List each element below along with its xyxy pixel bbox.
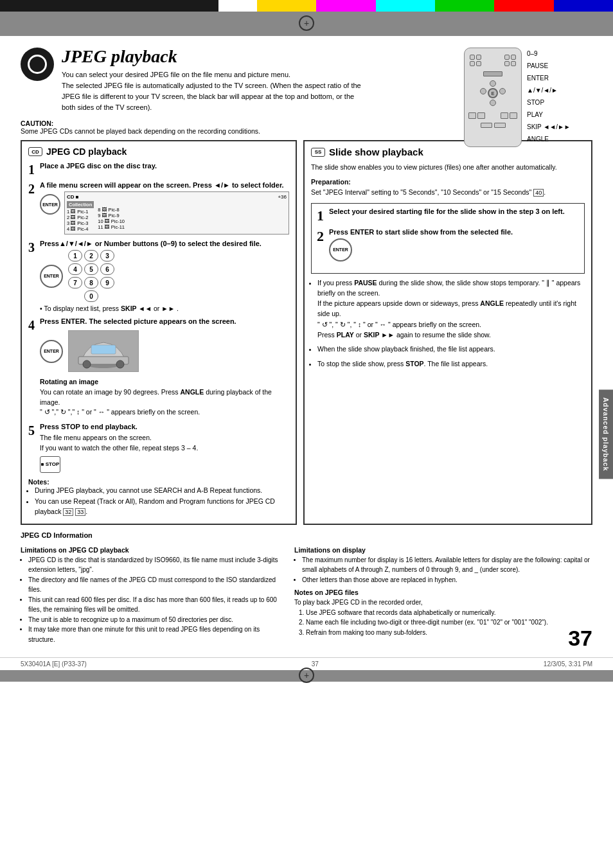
note-1: During JPEG playback, you cannot use SEA… <box>35 486 289 496</box>
color-blue <box>554 0 613 12</box>
step-1: 1 Place a JPEG disc on the disc tray. <box>28 162 289 176</box>
step-4-title: Press ENTER. The selected picture appear… <box>40 317 289 325</box>
caution-title: CAUTION: <box>21 120 53 127</box>
footer-left: 5X30401A [E] (P33-37) <box>21 660 87 668</box>
notes-title: Notes: <box>28 478 289 486</box>
num-4: 4 <box>68 263 82 275</box>
step-3: 3 Press▲/▼/◄/► or Number buttons (0–9) t… <box>28 240 289 312</box>
preparation-title: Preparation: <box>311 178 585 186</box>
bottom-info: JPEG CD Information Limitations on JPEG … <box>21 531 592 645</box>
two-column-layout: CD JPEG CD playback 1 Place a JPEG disc … <box>21 140 592 525</box>
enter-button-slideshow: ENTER <box>329 238 352 261</box>
svg-rect-5 <box>91 345 116 354</box>
display-list: The maximum number for display is 16 let… <box>302 555 592 585</box>
page-number: 37 <box>568 626 592 651</box>
color-yellow <box>257 0 316 12</box>
slideshow-step-2: 2 Press ENTER to start slide show from t… <box>317 228 579 264</box>
step-2: 2 A file menu screen will appear on the … <box>28 181 289 235</box>
step-3-body: • To display next list, press SKIP ◄◄ or… <box>40 305 289 312</box>
jpeg-notes-title: Notes on JPEG files <box>294 589 592 596</box>
limitation-3: This unit can read 600 files per disc. I… <box>28 595 284 615</box>
note-2: You can use Repeat (Track or All), Rando… <box>35 497 289 517</box>
num-9: 9 <box>100 277 114 288</box>
slideshow-step-1: 1 Select your desired starting file for … <box>317 208 579 223</box>
num-7: 7 <box>68 277 82 288</box>
jpeg-cd-header: CD JPEG CD playback <box>28 146 289 157</box>
jpeg-note-1: Use JPEG software that records data alph… <box>306 608 592 618</box>
step-3-title: Press▲/▼/◄/► or Number buttons (0–9) to … <box>40 240 289 247</box>
limitations-title: Limitations on JPEG CD playback <box>21 546 284 554</box>
top-color-bar <box>0 0 613 12</box>
step-5: 5 Press STOP to end playback. The file m… <box>28 423 289 473</box>
notes-list: During JPEG playback, you cannot use SEA… <box>35 486 289 517</box>
color-cyan <box>376 0 435 12</box>
slideshow-step-1-box: 1 Select your desired starting file for … <box>311 203 585 274</box>
notes-section: Notes: During JPEG playback, you cannot … <box>28 478 289 517</box>
limitation-1: JPEG CD is the disc that is standardized… <box>28 555 284 575</box>
jpeg-cd-column: CD JPEG CD playback 1 Place a JPEG disc … <box>21 140 297 525</box>
caution-text: Some JPEG CDs cannot be played back depe… <box>21 127 260 135</box>
title-icon-inner <box>28 55 47 74</box>
header-strip <box>0 12 613 36</box>
step-4-rotate: Rotating an image You can rotate an imag… <box>40 377 289 418</box>
jpeg-note-3: Refrain from making too many sub-folders… <box>306 628 592 638</box>
svg-point-4 <box>116 360 124 368</box>
display-2: Other letters than those above are repla… <box>302 575 592 585</box>
right-tab-label: Advanced playback <box>602 397 610 471</box>
step-1-title: Place a JPEG disc on the disc tray. <box>40 162 289 170</box>
stop-button-img: ■ STOP <box>40 456 60 473</box>
display-limitations-title: Limitations on display <box>294 546 592 554</box>
slideshow-header: SS Slide show playback <box>311 146 585 157</box>
top-bar-white <box>218 0 257 12</box>
remote-area: E <box>464 48 592 147</box>
slideshow-step-2-title: Press ENTER to start slide show from the… <box>329 228 579 236</box>
footer-right: 12/3/05, 3:31 PM <box>544 660 592 668</box>
top-bar-colors <box>257 0 613 12</box>
slideshow-description: The slide show enables you to view pictu… <box>311 163 585 173</box>
cd-icon: CD <box>28 147 42 156</box>
num-6: 6 <box>100 263 114 275</box>
jpeg-notes-list: Use JPEG software that records data alph… <box>306 608 592 638</box>
limitation-5: It may take more than one minute for thi… <box>28 624 284 644</box>
limitation-4: The unit is able to recognize up to a ma… <box>28 615 284 625</box>
slideshow-step-1-title: Select your desired starting file for th… <box>329 208 579 215</box>
num-2: 2 <box>84 250 98 261</box>
jpeg-info-title: JPEG CD Information <box>21 531 592 539</box>
num-0: 0 <box>84 290 98 302</box>
car-image <box>68 330 139 372</box>
slideshow-icon: SS <box>311 148 325 157</box>
color-green <box>435 0 494 12</box>
enter-button-step3: ENTER <box>40 265 63 288</box>
limitations-list: JPEG CD is the disc that is standardized… <box>28 555 284 645</box>
num-1: 1 <box>68 250 82 261</box>
bottom-crosshair <box>299 668 314 684</box>
enter-button-step2: ENTER <box>40 194 60 215</box>
bottom-right-col: Limitations on display The maximum numbe… <box>294 543 592 645</box>
jpeg-note-2: Name each file including two-digit or th… <box>306 617 592 628</box>
step-5-body: The file menu appears on the screen. If … <box>40 433 289 454</box>
svg-point-3 <box>83 360 91 368</box>
display-1: The maximum number for display is 16 let… <box>302 555 592 575</box>
num-3: 3 <box>100 250 114 261</box>
num-5: 5 <box>84 263 98 275</box>
jpeg-notes-intro: To play back JPEG CD in the recorded ord… <box>294 598 592 608</box>
slideshow-bullet-3: To stop the slide show, press STOP. The … <box>317 359 585 369</box>
header-crosshair <box>299 15 314 32</box>
slideshow-bullets: If you press PAUSE during the slide show… <box>317 278 585 369</box>
bottom-bar <box>0 670 613 682</box>
num-8: 8 <box>84 277 98 288</box>
jpeg-cd-title: JPEG CD playback <box>46 146 127 157</box>
slideshow-bullet-1: If you press PAUSE during the slide show… <box>317 278 585 341</box>
enter-button-step4: ENTER <box>40 340 63 363</box>
step-2-title: A file menu screen will appear on the sc… <box>40 181 289 189</box>
main-content: JPEG playback You can select your desire… <box>0 36 613 651</box>
right-tab: Advanced playback <box>599 389 613 479</box>
slideshow-bullet-2: When the slide show playback finished, t… <box>317 344 585 354</box>
step-4: 4 Press ENTER. The selected picture appe… <box>28 317 289 418</box>
top-bar-black <box>0 0 218 12</box>
bottom-left-col: Limitations on JPEG CD playback JPEG CD … <box>21 543 284 645</box>
color-red <box>494 0 553 12</box>
step-5-title: Press STOP to end playback. <box>40 423 289 430</box>
title-description: You can select your desired JPEG file on… <box>62 69 364 113</box>
preparation-body: Set "JPEG Interval" setting to "5 Second… <box>311 188 585 198</box>
